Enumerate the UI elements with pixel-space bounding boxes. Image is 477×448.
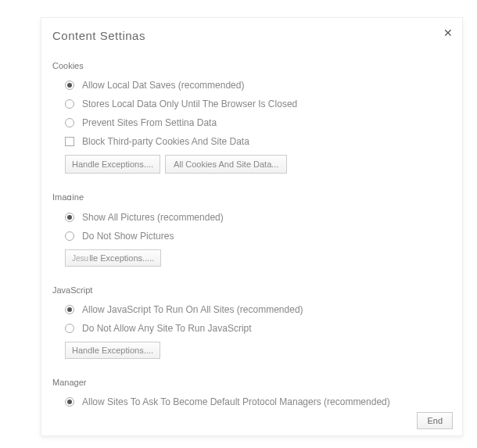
section-manager: Manager Allow Sites To Ask To Become Def… [52,378,445,407]
end-button[interactable]: End [417,412,453,429]
javascript-handle-exceptions-button[interactable]: Handle Exceptions.... [65,342,160,359]
btn-prefix: Jesu [72,254,88,263]
javascript-option-block[interactable]: Do Not Allow Any Site To Run JavaScript [65,323,445,334]
images-option-do-not-show[interactable]: Do Not Show Pictures [65,231,445,242]
section-label-images: Imaɑine [52,192,445,202]
section-cookies: Cookies Allow Local Dat Saves (recommend… [52,61,445,174]
radio-icon [65,81,74,90]
cookies-all-data-button[interactable]: All Cookies And Site Data... [165,155,288,174]
dialog-title: Content Settinas [52,29,445,42]
section-label-cookies: Cookies [52,61,445,70]
option-label: Do Not Allow Any Site To Run JavaScript [82,323,252,334]
option-label: Allow Local Dat Saves (recommended) [82,80,244,91]
images-option-show-all[interactable]: Show All Pictures (recommended) [65,212,445,223]
radio-icon [65,213,74,222]
option-label: Show All Pictures (recommended) [82,212,224,223]
dialog-footer: End [417,412,453,429]
option-label: Prevent Sites From Settina Data [82,117,217,128]
radio-icon [65,305,74,314]
option-label: Do Not Show Pictures [82,231,174,242]
manager-option-allow-ask[interactable]: Allow Sites To Ask To Become Default Pro… [65,396,445,407]
cookies-option-until-close[interactable]: Stores Local Data Only Until The Browser… [65,99,445,109]
radio-icon [65,99,74,109]
section-label-javascript: JavaScript [52,285,445,295]
option-label: Allow JavaScript To Run On All Sites (re… [82,304,303,315]
cookies-option-block-thirdparty[interactable]: Block Third-party Cookies And Site Data [65,136,445,147]
section-javascript: JavaScript Allow JavaScript To Run On Al… [52,285,445,359]
cookies-handle-exceptions-button[interactable]: Handle Exceptions.... [65,155,160,174]
radio-icon [65,324,74,333]
option-label: Stores Local Data Only Until The Browser… [82,99,297,109]
radio-icon [65,118,74,127]
cookies-option-prevent[interactable]: Prevent Sites From Settina Data [65,117,445,128]
radio-icon [65,231,74,241]
option-label: Allow Sites To Ask To Become Default Pro… [82,396,390,407]
section-label-manager: Manager [52,378,445,387]
section-images: Imaɑine Show All Pictures (recommended) … [52,192,445,267]
cookies-option-allow[interactable]: Allow Local Dat Saves (recommended) [65,80,445,91]
checkbox-icon [65,137,74,146]
option-label: Block Third-party Cookies And Site Data [82,136,249,147]
dialog-scroll-area[interactable]: Content Settinas Cookies Allow Local Dat… [41,18,456,409]
btn-suffix: lle Exceptions..... [89,253,154,263]
content-settings-dialog: ✕ Content Settinas Cookies Allow Local D… [41,17,463,436]
radio-icon [65,397,74,407]
javascript-option-allow[interactable]: Allow JavaScript To Run On All Sites (re… [65,304,445,315]
images-handle-exceptions-button[interactable]: Jesulle Exceptions..... [65,249,161,267]
